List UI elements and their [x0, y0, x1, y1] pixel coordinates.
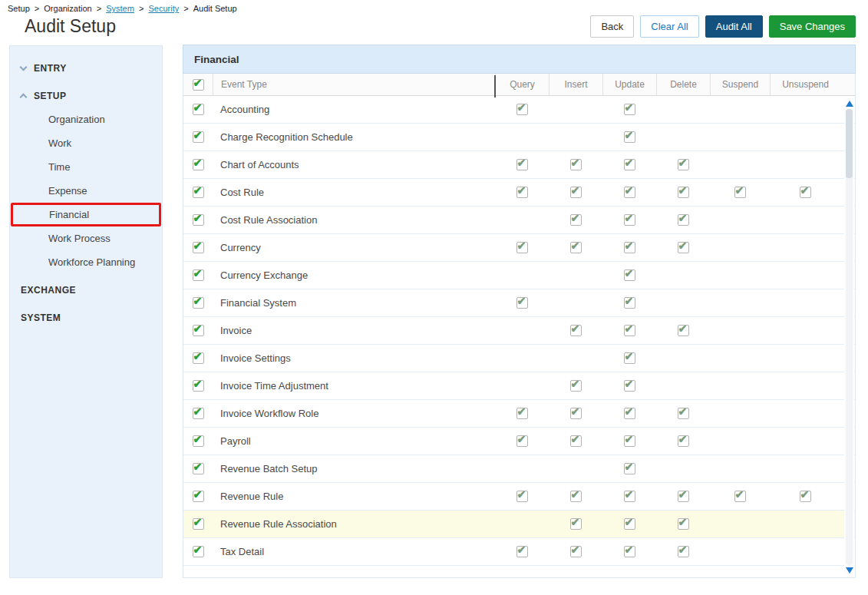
breadcrumb-link[interactable]: Security	[148, 4, 179, 13]
sidebar-section-system[interactable]: SYSTEM	[10, 302, 162, 329]
update-checkbox[interactable]	[624, 104, 635, 115]
sidebar-item-expense[interactable]: Expense	[10, 179, 162, 203]
row-select-checkbox[interactable]	[193, 131, 204, 143]
sidebar-item-work[interactable]: Work	[10, 131, 162, 155]
row-select-checkbox[interactable]	[193, 435, 204, 447]
update-checkbox[interactable]	[624, 435, 635, 447]
event-type-label: Chart of Accounts	[220, 159, 299, 170]
delete-checkbox[interactable]	[678, 214, 689, 226]
sidebar-item-work-process[interactable]: Work Process	[10, 226, 162, 250]
row-select-checkbox[interactable]	[193, 242, 204, 253]
update-checkbox[interactable]	[624, 463, 635, 474]
delete-checkbox[interactable]	[678, 325, 689, 336]
breadcrumb-separator: >	[30, 4, 45, 13]
row-select-checkbox[interactable]	[193, 408, 204, 419]
scroll-down-arrow[interactable]	[846, 567, 853, 574]
update-checkbox[interactable]	[624, 380, 635, 392]
update-checkbox[interactable]	[624, 408, 635, 419]
back-button[interactable]: Back	[590, 15, 634, 38]
insert-checkbox[interactable]	[570, 159, 582, 170]
sidebar-item-organization[interactable]: Organization	[10, 107, 162, 131]
breadcrumb-link[interactable]: System	[106, 4, 134, 13]
save-changes-button[interactable]: Save Changes	[769, 15, 856, 38]
suspend-checkbox[interactable]	[734, 491, 746, 502]
row-select-checkbox[interactable]	[193, 491, 204, 502]
insert-checkbox[interactable]	[570, 518, 582, 530]
row-select-checkbox[interactable]	[193, 159, 204, 170]
query-checkbox[interactable]	[517, 408, 528, 419]
update-checkbox[interactable]	[624, 352, 635, 364]
delete-checkbox[interactable]	[678, 242, 689, 253]
insert-checkbox[interactable]	[570, 435, 582, 447]
insert-checkbox[interactable]	[570, 408, 582, 419]
delete-checkbox[interactable]	[678, 518, 689, 530]
insert-checkbox[interactable]	[570, 187, 582, 198]
insert-checkbox[interactable]	[570, 214, 582, 226]
audit-all-button[interactable]: Audit All	[705, 15, 763, 38]
update-checkbox[interactable]	[624, 214, 635, 226]
delete-cell	[656, 345, 710, 372]
scrollbar-track[interactable]	[846, 109, 853, 565]
clear-all-button[interactable]: Clear All	[640, 15, 698, 38]
delete-cell	[656, 511, 710, 537]
scroll-up-arrow[interactable]	[846, 101, 853, 107]
insert-checkbox[interactable]	[570, 325, 582, 336]
row-select-checkbox[interactable]	[193, 214, 204, 226]
suspend-checkbox[interactable]	[734, 187, 746, 198]
vertical-scrollbar[interactable]	[844, 98, 854, 576]
sidebar-item-financial[interactable]: Financial	[11, 203, 161, 226]
row-select-checkbox[interactable]	[193, 297, 204, 309]
unsuspend-checkbox[interactable]	[800, 491, 811, 502]
sidebar-section-exchange[interactable]: EXCHANGE	[10, 274, 162, 302]
sidebar-section-label: ENTRY	[34, 63, 67, 74]
sidebar-section-setup[interactable]: SETUP	[10, 80, 162, 107]
query-checkbox[interactable]	[517, 159, 528, 170]
row-select-checkbox[interactable]	[193, 187, 204, 198]
row-select-checkbox[interactable]	[193, 380, 204, 392]
row-select-checkbox[interactable]	[193, 104, 204, 115]
select-all-checkbox[interactable]	[193, 79, 204, 91]
row-select-checkbox[interactable]	[193, 518, 204, 530]
insert-checkbox[interactable]	[570, 242, 582, 253]
update-checkbox[interactable]	[624, 187, 635, 198]
update-checkbox[interactable]	[624, 546, 635, 557]
table-row-cost-rule: Cost Rule	[183, 179, 855, 207]
insert-checkbox[interactable]	[570, 491, 582, 502]
query-checkbox[interactable]	[517, 546, 528, 557]
sidebar-section-entry[interactable]: ENTRY	[10, 52, 162, 80]
update-checkbox[interactable]	[624, 131, 635, 143]
update-checkbox[interactable]	[624, 159, 635, 170]
unsuspend-cell	[770, 317, 840, 344]
row-select-cell	[183, 455, 213, 482]
update-checkbox[interactable]	[624, 325, 635, 336]
delete-checkbox[interactable]	[678, 408, 689, 419]
insert-checkbox[interactable]	[570, 546, 582, 557]
query-checkbox[interactable]	[517, 242, 528, 253]
scrollbar-thumb[interactable]	[846, 109, 853, 178]
unsuspend-checkbox[interactable]	[800, 187, 811, 198]
column-resize-indicator[interactable]	[494, 75, 496, 98]
row-select-checkbox[interactable]	[193, 269, 204, 281]
delete-checkbox[interactable]	[678, 159, 689, 170]
delete-checkbox[interactable]	[678, 187, 689, 198]
insert-checkbox[interactable]	[570, 380, 582, 392]
query-checkbox[interactable]	[517, 297, 528, 309]
row-select-checkbox[interactable]	[193, 546, 204, 557]
update-checkbox[interactable]	[624, 269, 635, 281]
row-select-checkbox[interactable]	[193, 352, 204, 364]
delete-checkbox[interactable]	[678, 435, 689, 447]
sidebar-item-workforce-planning[interactable]: Workforce Planning	[10, 250, 162, 274]
update-checkbox[interactable]	[624, 297, 635, 309]
update-checkbox[interactable]	[624, 491, 635, 502]
update-checkbox[interactable]	[624, 242, 635, 253]
query-checkbox[interactable]	[517, 491, 528, 502]
row-select-checkbox[interactable]	[193, 325, 204, 336]
update-checkbox[interactable]	[624, 518, 635, 530]
query-checkbox[interactable]	[517, 435, 528, 447]
delete-checkbox[interactable]	[678, 546, 689, 557]
query-checkbox[interactable]	[517, 187, 528, 198]
query-checkbox[interactable]	[517, 104, 528, 115]
row-select-checkbox[interactable]	[193, 463, 204, 474]
sidebar-item-time[interactable]: Time	[10, 155, 162, 179]
delete-checkbox[interactable]	[678, 491, 689, 502]
